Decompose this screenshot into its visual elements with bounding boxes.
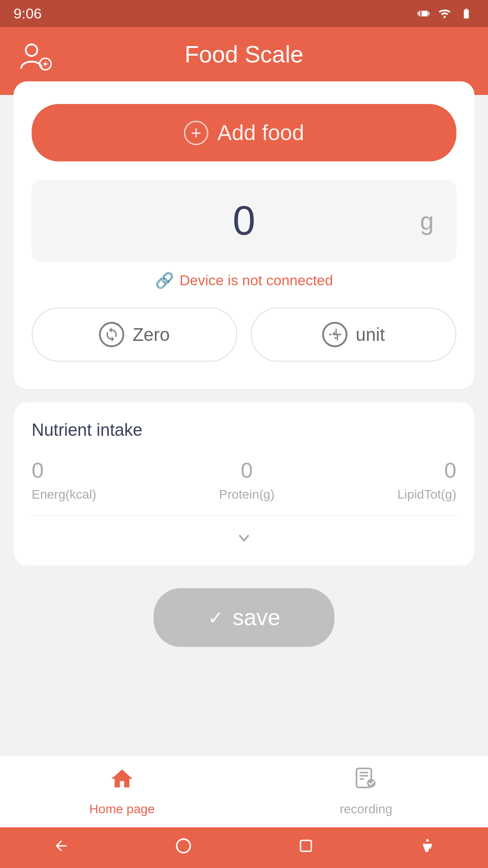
add-food-button[interactable]: + Add food — [32, 104, 456, 161]
svg-rect-13 — [300, 840, 311, 851]
status-time: 9:06 — [14, 5, 42, 22]
add-food-label: Add food — [217, 120, 304, 145]
control-buttons: Zero unit — [32, 307, 456, 362]
unit-icon — [322, 322, 347, 347]
vibrate-icon — [418, 6, 431, 21]
save-label: save — [233, 604, 281, 631]
weight-unit: g — [420, 207, 434, 236]
add-food-icon: + — [184, 121, 208, 145]
save-button[interactable]: ✓ save — [154, 588, 335, 647]
system-nav — [0, 827, 488, 868]
device-status-message: Device is not connected — [179, 272, 333, 289]
lipid-label: LipidTot(g) — [397, 487, 456, 502]
lipid-value: 0 — [397, 458, 456, 483]
expand-nutrients-button[interactable] — [32, 525, 456, 557]
energy-label: Energ(kcal) — [32, 487, 96, 502]
status-bar: 9:06 — [0, 0, 488, 27]
nav-home[interactable]: Home page — [0, 766, 244, 816]
nav-recording[interactable]: recording — [244, 766, 488, 816]
weight-value: 0 — [54, 198, 434, 244]
svg-point-0 — [26, 44, 37, 56]
svg-point-14 — [426, 839, 429, 842]
zero-icon — [99, 322, 124, 347]
link-icon: 🔗 — [155, 271, 174, 289]
home-label: Home page — [89, 802, 155, 816]
checkmark-icon: ✓ — [208, 607, 224, 629]
zero-button[interactable]: Zero — [32, 307, 237, 362]
nutrient-card: Nutrient intake 0 Energ(kcal) 0 Protein(… — [14, 402, 474, 566]
nutrient-title: Nutrient intake — [32, 420, 456, 440]
energy-value: 0 — [32, 458, 96, 483]
recents-button[interactable] — [298, 838, 314, 858]
protein-label: Protein(g) — [219, 487, 275, 502]
main-card: + Add food 0 g 🔗 Device is not connected… — [14, 81, 474, 389]
recording-icon — [352, 766, 380, 797]
user-settings-icon[interactable] — [18, 41, 54, 75]
battery-icon — [458, 8, 474, 19]
svg-point-6 — [44, 63, 47, 65]
zero-label: Zero — [132, 325, 169, 345]
nutrient-row: 0 Energ(kcal) 0 Protein(g) 0 LipidTot(g) — [32, 458, 456, 516]
nutrient-item-energy: 0 Energ(kcal) — [32, 458, 96, 502]
bottom-nav: Home page recording — [0, 755, 488, 827]
nutrient-item-lipid: 0 LipidTot(g) — [397, 458, 456, 502]
recording-label: recording — [340, 802, 393, 816]
svg-point-12 — [177, 839, 190, 853]
protein-value: 0 — [219, 458, 275, 483]
page-title: Food Scale — [184, 41, 303, 68]
save-section: ✓ save — [0, 566, 488, 660]
accessibility-button[interactable] — [419, 837, 436, 859]
home-icon — [108, 766, 136, 797]
nutrient-item-protein: 0 Protein(g) — [219, 458, 275, 502]
back-button[interactable] — [53, 838, 69, 858]
device-status: 🔗 Device is not connected — [32, 271, 456, 289]
home-button[interactable] — [174, 837, 192, 859]
wifi-icon — [436, 7, 453, 20]
unit-label: unit — [356, 325, 385, 345]
weight-display: 0 g — [32, 179, 456, 262]
unit-button[interactable]: unit — [251, 307, 456, 362]
status-icons — [418, 6, 474, 21]
